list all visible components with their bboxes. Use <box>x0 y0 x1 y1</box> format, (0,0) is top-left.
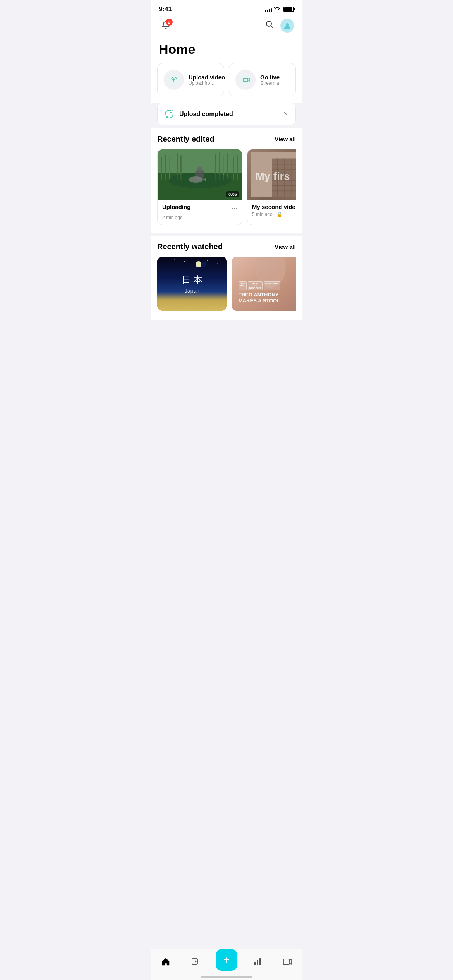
upload-complete-text: Upload completed <box>179 111 233 118</box>
recently-watched-section: Recently watched View all <box>151 236 302 320</box>
svg-rect-17 <box>227 153 228 180</box>
svg-line-1 <box>271 26 273 28</box>
stool-thumbnail: GFFNYC NEW/FILMNEXT FEST IFFBOSTON THEO … <box>232 257 296 311</box>
upload-card-text: Upload video Upload from your device <box>189 74 218 86</box>
sync-icon <box>164 109 175 120</box>
close-banner-button[interactable]: × <box>282 108 289 120</box>
top-bar: 2 <box>151 15 302 37</box>
video-duration-badge: 0:05 <box>226 191 239 197</box>
svg-rect-19 <box>237 155 238 180</box>
wifi-icon <box>274 6 280 12</box>
video-meta-uploading: 2 min ago <box>162 215 237 220</box>
video-card-info-uploading: Uploading ··· 2 min ago <box>158 200 242 225</box>
video-title-second: My second vide <box>252 204 296 210</box>
recently-edited-header: Recently edited View all <box>157 135 296 144</box>
video-title-uploading: Uploading <box>162 204 232 210</box>
upload-video-card[interactable]: Upload video Upload from your device <box>157 63 224 96</box>
svg-rect-31 <box>272 185 296 186</box>
page-title: Home <box>151 37 302 63</box>
status-icons <box>265 6 294 12</box>
svg-text:My firs: My firs <box>256 170 290 182</box>
avatar[interactable] <box>280 19 294 33</box>
svg-rect-18 <box>233 157 234 180</box>
upload-complete-left: Upload completed <box>164 109 233 120</box>
video-card-second[interactable]: My firs My second vide 5 min ago · 🔒 <box>247 149 296 225</box>
upload-icon-wrap <box>164 70 184 90</box>
video-card-uploading[interactable]: 0:05 Uploading ··· 2 min ago <box>157 149 242 225</box>
top-right-actions <box>265 19 294 33</box>
japan-thumbnail: 日 本 Japan <box>157 257 227 311</box>
svg-rect-11 <box>169 156 170 180</box>
recently-watched-header: Recently watched View all <box>157 242 296 251</box>
upload-icon <box>168 74 180 86</box>
svg-rect-27 <box>272 164 296 164</box>
recently-edited-title: Recently edited <box>157 135 214 144</box>
go-live-card[interactable]: Go live Stream a <box>229 63 296 96</box>
svg-point-22 <box>197 166 202 173</box>
avatar-icon <box>283 21 292 30</box>
live-card-subtitle: Stream a <box>260 81 280 86</box>
recently-edited-view-all[interactable]: View all <box>275 136 296 142</box>
svg-rect-9 <box>161 157 162 180</box>
svg-point-42 <box>165 262 165 263</box>
svg-rect-28 <box>272 169 296 170</box>
svg-point-47 <box>217 263 218 264</box>
watched-card-japan[interactable]: 日 本 Japan <box>157 257 227 311</box>
watched-cards-row: 日 本 Japan <box>157 257 296 317</box>
video-thumbnail-fishing: 0:05 <box>158 149 242 200</box>
svg-point-43 <box>174 259 175 260</box>
upload-card-title: Upload video <box>189 74 218 81</box>
svg-point-23 <box>189 176 203 183</box>
svg-rect-35 <box>292 159 292 197</box>
stool-badges: GFFNYC NEW/FILMNEXT FEST IFFBOSTON <box>239 281 294 290</box>
notification-bell[interactable]: 2 <box>159 19 173 33</box>
search-button[interactable] <box>265 20 274 31</box>
svg-point-46 <box>207 260 208 261</box>
live-card-title: Go live <box>260 74 280 81</box>
video-thumbnail-second: My firs <box>247 149 296 200</box>
action-cards-row: Upload video Upload from your device Go … <box>151 63 302 103</box>
stool-overlay-text: THEO ANTHONY MAKES A STOOL <box>239 292 294 304</box>
svg-point-3 <box>286 23 289 26</box>
svg-rect-32 <box>272 190 296 191</box>
video-card-info-second: My second vide 5 min ago · 🔒 <box>247 200 296 222</box>
japan-roman-text: Japan <box>185 288 199 294</box>
live-card-text: Go live Stream a <box>260 74 280 86</box>
watched-card-stool[interactable]: GFFNYC NEW/FILMNEXT FEST IFFBOSTON THEO … <box>232 257 296 311</box>
live-icon-wrap <box>235 70 256 90</box>
signal-icon <box>265 7 272 12</box>
recently-edited-section: Recently edited View all <box>151 128 302 233</box>
battery-icon <box>283 7 294 12</box>
recently-watched-view-all[interactable]: View all <box>275 243 296 250</box>
svg-rect-26 <box>272 159 296 159</box>
live-icon <box>240 74 251 86</box>
search-icon <box>265 20 274 29</box>
status-time: 9:41 <box>159 5 172 13</box>
status-bar: 9:41 <box>151 0 302 15</box>
svg-rect-10 <box>165 155 166 180</box>
upload-complete-banner: Upload completed × <box>157 103 296 125</box>
recently-edited-cards: 0:05 Uploading ··· 2 min ago <box>157 149 296 230</box>
recently-watched-title: Recently watched <box>157 242 223 251</box>
more-options-button-uploading[interactable]: ··· <box>232 204 237 213</box>
japan-kanji-text: 日 本 <box>182 274 203 286</box>
video-meta-second: 5 min ago · 🔒 <box>252 212 296 217</box>
notification-badge: 2 <box>166 19 173 26</box>
lock-icon: 🔒 <box>277 212 283 217</box>
upload-card-subtitle: Upload from your device <box>189 81 218 86</box>
